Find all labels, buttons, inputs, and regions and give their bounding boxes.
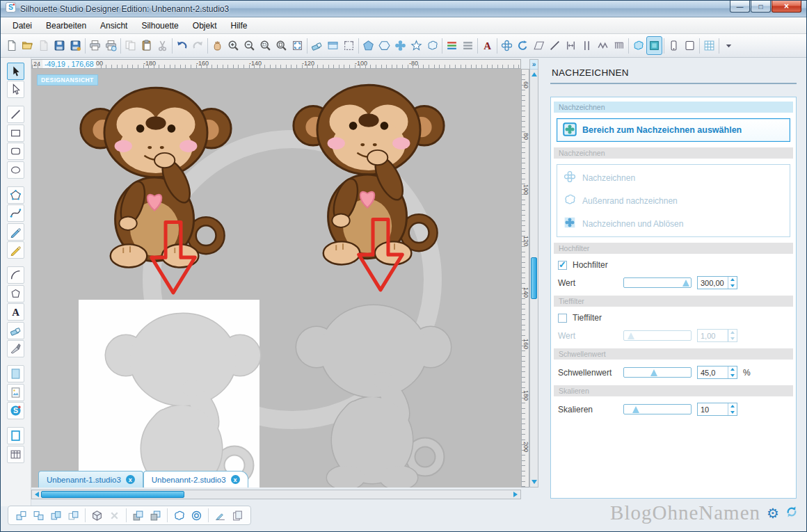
toolbar-lines-gray-button[interactable] [460, 36, 476, 55]
spin-up-button[interactable] [728, 366, 737, 373]
schwellenwert-value[interactable]: 45,0 [698, 366, 728, 378]
trace-option-2[interactable]: Außenrand nachzeichnen [557, 189, 790, 212]
spin-up-button[interactable] [728, 403, 737, 410]
toolbar-paste-button[interactable] [138, 36, 154, 55]
skalieren-slider[interactable] [623, 404, 692, 414]
toolbar-lines-colored-button[interactable] [444, 36, 460, 55]
toolbar-letter-a-red-button[interactable]: A [479, 36, 495, 55]
bottombar-rings-button[interactable] [188, 507, 205, 524]
menu-ansicht[interactable]: Ansicht [94, 19, 134, 33]
bottombar-bring-front-button[interactable] [129, 507, 147, 524]
bottombar-send-back-button[interactable] [147, 507, 164, 524]
toolbar-phone-button[interactable] [666, 36, 682, 55]
skalieren-value[interactable]: 10 [698, 403, 728, 415]
spin-down-button[interactable] [728, 336, 737, 342]
toolbar-redo-button[interactable] [190, 36, 206, 55]
toolbar-new-document-button[interactable] [3, 36, 19, 55]
spin-down-button[interactable] [728, 283, 737, 289]
scroll-up-button[interactable] [530, 70, 538, 79]
bottombar-sketch-pen-button[interactable] [211, 507, 229, 524]
menu-hilfe[interactable]: Hilfe [224, 19, 253, 33]
tab-close-button[interactable]: x [126, 475, 135, 484]
spin-down-button[interactable] [728, 410, 737, 416]
toolbar-tablet-button[interactable] [682, 36, 698, 55]
toolbar-flower-outline-button[interactable] [499, 36, 515, 55]
document-tab-1[interactable]: Unbenannt-1.studio3x [38, 471, 143, 487]
toolbar-copy-button[interactable] [122, 36, 138, 55]
toolbar-caret-down-button[interactable] [721, 36, 737, 55]
bottombar-delete-x-button[interactable] [106, 507, 123, 524]
bottombar-shapes-3d-button[interactable] [88, 507, 106, 524]
toolbar-hexagon-button[interactable] [376, 36, 392, 55]
toolbar-trace-blob-button[interactable] [630, 36, 646, 55]
toolbar-save-button[interactable] [51, 36, 67, 55]
tool-page-background-tool-button[interactable] [7, 384, 24, 401]
tool-curve-tool-button[interactable] [7, 204, 24, 222]
trace-option-3[interactable]: Nachzeichnen und Ablösen [557, 212, 790, 235]
horizontal-scrollbar[interactable] [31, 490, 521, 499]
toolbar-comb-button[interactable] [611, 36, 627, 55]
toolbar-undo-button[interactable] [174, 36, 190, 55]
red-arrow-2[interactable] [354, 211, 407, 300]
spin-up-button[interactable] [728, 330, 737, 336]
toolbar-zoom-page-button[interactable] [273, 36, 289, 55]
slider-marker[interactable] [682, 280, 689, 287]
tieffilter-value[interactable]: 1,00 [698, 330, 728, 341]
toolbar-document-gray-button[interactable] [35, 36, 51, 55]
toolbar-fit-page-button[interactable] [289, 36, 305, 55]
tool-line-tool-button[interactable] [7, 106, 24, 123]
skalieren-value-input[interactable]: 10 [697, 403, 737, 416]
tool-ellipse-tool-button[interactable] [7, 161, 24, 179]
bottombar-transform-b-button[interactable] [30, 507, 47, 524]
document-tab-2[interactable]: Unbenannt-2.studio3x [143, 471, 248, 487]
tool-silhouette-store-tool-button[interactable]: S [7, 402, 24, 419]
panel-expand-button[interactable]: » [530, 60, 538, 70]
horizontal-scroll-thumb[interactable] [41, 491, 184, 498]
minimize-button[interactable]: — [730, 1, 750, 13]
red-arrow-1[interactable] [147, 213, 200, 303]
toolbar-pentagon-button[interactable] [360, 36, 376, 55]
vertical-scroll-thumb[interactable] [531, 257, 537, 299]
toolbar-eraser-tool-button[interactable] [309, 36, 325, 55]
menu-datei[interactable]: Datei [6, 19, 38, 33]
schwellenwert-slider[interactable] [623, 367, 692, 378]
tool-rectangle-tool-button[interactable] [7, 124, 24, 142]
toolbar-cut-button[interactable] [154, 36, 170, 55]
scroll-left-button[interactable] [32, 490, 41, 499]
bottombar-ungroup-objects-button[interactable] [65, 507, 82, 524]
hochfilter-value[interactable]: 300,00 [698, 277, 728, 289]
toolbar-shape-blob-button[interactable] [424, 36, 440, 55]
toolbar-zoom-selection-button[interactable] [257, 36, 273, 55]
scroll-right-button[interactable] [511, 490, 520, 499]
tool-page-setup-tool-button[interactable] [7, 427, 24, 444]
toolbar-snowflake-button[interactable] [392, 36, 408, 55]
scroll-down-button[interactable] [530, 478, 538, 487]
toolbar-diag-line-button[interactable] [547, 36, 563, 55]
hochfilter-checkbox[interactable] [558, 261, 567, 270]
slider-marker[interactable] [650, 369, 657, 376]
tool-page-tool-button[interactable] [7, 365, 24, 382]
toolbar-open-folder-button[interactable] [19, 36, 35, 55]
traced-silhouette-1[interactable] [99, 296, 266, 487]
bottombar-pages-3d-button[interactable] [229, 507, 246, 524]
spin-down-button[interactable] [728, 373, 737, 379]
hochfilter-value-input[interactable]: 300,00 [697, 276, 737, 289]
close-button[interactable]: × [772, 1, 801, 13]
tool-shape-tool-button[interactable] [7, 285, 24, 303]
settings-gear-icon[interactable]: ⚙ [767, 506, 779, 520]
toolbar-double-line-button[interactable] [579, 36, 595, 55]
bottombar-weld-blob-button[interactable] [170, 507, 188, 524]
tool-draw-tool-button[interactable] [7, 223, 24, 241]
vertical-scrollbar[interactable]: » [529, 59, 538, 487]
tieffilter-checkbox[interactable] [558, 314, 567, 323]
tool-text-tool-button[interactable]: A [7, 303, 24, 321]
tool-eraser-tool-button[interactable] [7, 322, 24, 339]
tool-grid-settings-tool-button[interactable] [7, 446, 24, 463]
menu-bearbeiten[interactable]: Bearbeiten [40, 19, 93, 33]
trace-option-1[interactable]: Nachzeichnen [557, 166, 790, 189]
tool-freehand-tool-button[interactable] [7, 241, 24, 259]
spin-up-button[interactable] [728, 277, 737, 283]
tool-edit-points-tool-button[interactable] [7, 81, 24, 98]
toolbar-pan-hand-button[interactable] [209, 36, 225, 55]
toolbar-rotate-button[interactable] [515, 36, 531, 55]
